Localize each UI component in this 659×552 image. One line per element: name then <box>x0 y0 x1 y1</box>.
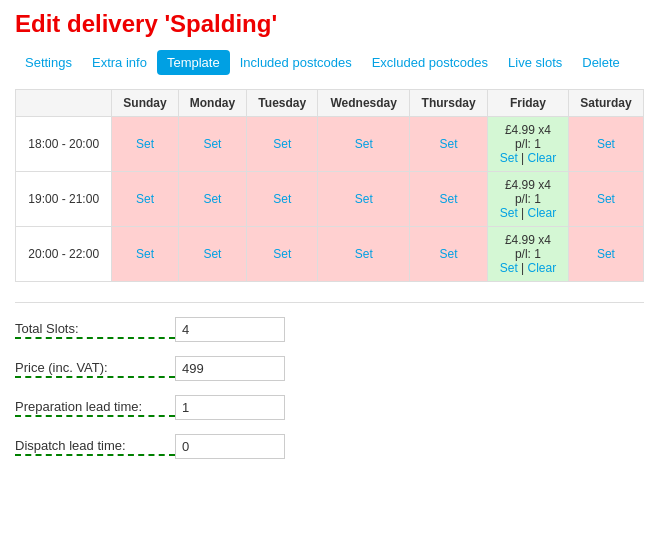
tab-live-slots[interactable]: Live slots <box>498 50 572 75</box>
time-cell-1: 19:00 - 21:00 <box>16 172 112 227</box>
dispatch-lead-time-label: Dispatch lead time: <box>15 438 175 456</box>
tuesday-cell-0: Set <box>247 117 318 172</box>
friday-set-link-2[interactable]: Set <box>500 261 518 275</box>
time-cell-0: 18:00 - 20:00 <box>16 117 112 172</box>
saturday-set-link-0[interactable]: Set <box>597 137 615 151</box>
wednesday-set-link-2[interactable]: Set <box>355 247 373 261</box>
saturday-cell-1: Set <box>568 172 643 227</box>
col-header-tuesday: Tuesday <box>247 90 318 117</box>
schedule-table: Sunday Monday Tuesday Wednesday Thursday… <box>15 89 644 282</box>
tab-excluded-postcodes[interactable]: Excluded postcodes <box>362 50 498 75</box>
friday-links-2: Set | Clear <box>496 261 560 275</box>
saturday-set-link-2[interactable]: Set <box>597 247 615 261</box>
dispatch-lead-time-row: Dispatch lead time: <box>15 434 644 459</box>
wednesday-set-link-0[interactable]: Set <box>355 137 373 151</box>
friday-price-0: £4.99 x4 <box>496 123 560 137</box>
prep-lead-time-label: Preparation lead time: <box>15 399 175 417</box>
col-header-friday: Friday <box>488 90 569 117</box>
friday-cell-1: £4.99 x4p/l: 1Set | Clear <box>488 172 569 227</box>
friday-price-1: £4.99 x4 <box>496 178 560 192</box>
friday-price-2: £4.99 x4 <box>496 233 560 247</box>
monday-cell-2: Set <box>178 227 246 282</box>
wednesday-cell-2: Set <box>318 227 410 282</box>
monday-cell-0: Set <box>178 117 246 172</box>
navigation-tabs: Settings Extra info Template Included po… <box>15 50 644 75</box>
sunday-cell-0: Set <box>112 117 178 172</box>
tuesday-set-link-0[interactable]: Set <box>273 137 291 151</box>
tab-extra-info[interactable]: Extra info <box>82 50 157 75</box>
friday-set-link-0[interactable]: Set <box>500 151 518 165</box>
tuesday-cell-1: Set <box>247 172 318 227</box>
friday-links-0: Set | Clear <box>496 151 560 165</box>
thursday-cell-1: Set <box>410 172 488 227</box>
total-slots-row: Total Slots: <box>15 317 644 342</box>
monday-set-link-2[interactable]: Set <box>203 247 221 261</box>
thursday-cell-0: Set <box>410 117 488 172</box>
friday-links-1: Set | Clear <box>496 206 560 220</box>
col-header-wednesday: Wednesday <box>318 90 410 117</box>
thursday-set-link-1[interactable]: Set <box>440 192 458 206</box>
tuesday-set-link-1[interactable]: Set <box>273 192 291 206</box>
price-input[interactable] <box>175 356 285 381</box>
prep-lead-time-row: Preparation lead time: <box>15 395 644 420</box>
friday-pl-0: p/l: 1 <box>496 137 560 151</box>
col-header-saturday: Saturday <box>568 90 643 117</box>
col-header-monday: Monday <box>178 90 246 117</box>
thursday-set-link-0[interactable]: Set <box>440 137 458 151</box>
friday-pl-2: p/l: 1 <box>496 247 560 261</box>
wednesday-cell-0: Set <box>318 117 410 172</box>
tab-settings[interactable]: Settings <box>15 50 82 75</box>
sunday-set-link-0[interactable]: Set <box>136 137 154 151</box>
page-title: Edit delivery 'Spalding' <box>15 10 644 38</box>
price-row: Price (inc. VAT): <box>15 356 644 381</box>
delivery-settings-form: Total Slots: Price (inc. VAT): Preparati… <box>15 317 644 459</box>
friday-set-link-1[interactable]: Set <box>500 206 518 220</box>
sunday-cell-1: Set <box>112 172 178 227</box>
friday-clear-link-1[interactable]: Clear <box>528 206 557 220</box>
total-slots-label: Total Slots: <box>15 321 175 339</box>
col-header-time <box>16 90 112 117</box>
tab-included-postcodes[interactable]: Included postcodes <box>230 50 362 75</box>
saturday-cell-2: Set <box>568 227 643 282</box>
form-divider <box>15 302 644 303</box>
tab-template[interactable]: Template <box>157 50 230 75</box>
tab-delete[interactable]: Delete <box>572 50 630 75</box>
friday-clear-link-2[interactable]: Clear <box>528 261 557 275</box>
sunday-set-link-2[interactable]: Set <box>136 247 154 261</box>
friday-pl-1: p/l: 1 <box>496 192 560 206</box>
friday-cell-2: £4.99 x4p/l: 1Set | Clear <box>488 227 569 282</box>
tuesday-set-link-2[interactable]: Set <box>273 247 291 261</box>
monday-set-link-1[interactable]: Set <box>203 192 221 206</box>
friday-clear-link-0[interactable]: Clear <box>528 151 557 165</box>
time-cell-2: 20:00 - 22:00 <box>16 227 112 282</box>
sunday-cell-2: Set <box>112 227 178 282</box>
dispatch-lead-time-input[interactable] <box>175 434 285 459</box>
thursday-cell-2: Set <box>410 227 488 282</box>
wednesday-set-link-1[interactable]: Set <box>355 192 373 206</box>
wednesday-cell-1: Set <box>318 172 410 227</box>
price-label: Price (inc. VAT): <box>15 360 175 378</box>
friday-cell-0: £4.99 x4p/l: 1Set | Clear <box>488 117 569 172</box>
total-slots-input[interactable] <box>175 317 285 342</box>
monday-set-link-0[interactable]: Set <box>203 137 221 151</box>
sunday-set-link-1[interactable]: Set <box>136 192 154 206</box>
col-header-thursday: Thursday <box>410 90 488 117</box>
prep-lead-time-input[interactable] <box>175 395 285 420</box>
saturday-cell-0: Set <box>568 117 643 172</box>
col-header-sunday: Sunday <box>112 90 178 117</box>
saturday-set-link-1[interactable]: Set <box>597 192 615 206</box>
thursday-set-link-2[interactable]: Set <box>440 247 458 261</box>
monday-cell-1: Set <box>178 172 246 227</box>
tuesday-cell-2: Set <box>247 227 318 282</box>
